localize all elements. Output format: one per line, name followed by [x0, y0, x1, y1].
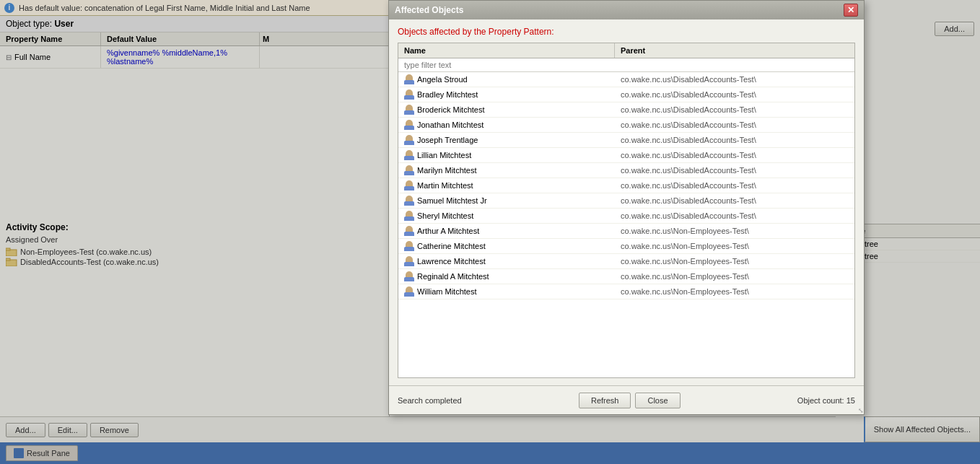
- modal-table-row[interactable]: Catherine Mitchtest co.wake.nc.us\Non-Em…: [398, 239, 854, 254]
- modal-table-row[interactable]: Angela Stroud co.wake.nc.us\DisabledAcco…: [398, 72, 854, 87]
- affected-objects-table: Name Parent Angela Stroud co.wake.nc.us\…: [398, 43, 855, 378]
- row-parent-cell: co.wake.nc.us\Non-Employees-Test\: [615, 240, 854, 253]
- row-name-cell: Arthur A Mitchtest: [398, 224, 615, 238]
- modal-table-row[interactable]: Lillian Mitchtest co.wake.nc.us\Disabled…: [398, 148, 854, 163]
- row-name-cell: Marilyn Mitchtest: [398, 163, 615, 178]
- user-icon: [404, 271, 414, 281]
- row-name-text: Joseph Trentlage: [417, 136, 478, 144]
- user-icon: [404, 226, 414, 236]
- subtitle-prefix: Objects affected by: [398, 27, 474, 37]
- modal-table-row[interactable]: Bradley Mitchtest co.wake.nc.us\Disabled…: [398, 87, 854, 102]
- user-icon: [404, 211, 414, 221]
- row-name-text: Marilyn Mitchtest: [417, 166, 477, 175]
- row-name-cell: Joseph Trentlage: [398, 133, 615, 147]
- modal-table-body[interactable]: Angela Stroud co.wake.nc.us\DisabledAcco…: [398, 72, 854, 377]
- resize-handle[interactable]: ⤡: [855, 406, 864, 414]
- row-parent-cell: co.wake.nc.us\DisabledAccounts-Test\: [615, 209, 854, 222]
- row-name-text: Arthur A Mitchtest: [417, 227, 479, 235]
- user-icon: [404, 120, 414, 130]
- modal-table-row[interactable]: Samuel Mitchtest Jr co.wake.nc.us\Disabl…: [398, 193, 854, 209]
- user-icon: [404, 241, 414, 251]
- modal-titlebar: Affected Objects ✕: [389, 1, 864, 19]
- row-name-cell: Sheryl Mitchtest: [398, 209, 615, 223]
- modal-table-row[interactable]: Marilyn Mitchtest co.wake.nc.us\Disabled…: [398, 163, 854, 178]
- row-name-cell: Jonathan Mitchtest: [398, 118, 615, 132]
- row-parent-cell: co.wake.nc.us\DisabledAccounts-Test\: [615, 73, 854, 86]
- modal-table-row[interactable]: Sheryl Mitchtest co.wake.nc.us\DisabledA…: [398, 209, 854, 224]
- modal-col-parent-header: Parent: [615, 43, 854, 58]
- row-name-cell: Lawrence Mitchtest: [398, 254, 615, 268]
- row-name-cell: Bradley Mitchtest: [398, 87, 615, 102]
- modal-table-row[interactable]: Jonathan Mitchtest co.wake.nc.us\Disable…: [398, 118, 854, 133]
- row-parent-cell: co.wake.nc.us\DisabledAccounts-Test\: [615, 118, 854, 131]
- subtitle-suffix: :: [551, 27, 554, 37]
- refresh-button[interactable]: Refresh: [579, 393, 631, 408]
- row-parent-cell: co.wake.nc.us\DisabledAccounts-Test\: [615, 149, 854, 162]
- row-name-text: William Mitchtest: [417, 287, 477, 296]
- user-icon: [404, 256, 414, 266]
- user-icon: [404, 105, 414, 115]
- row-name-text: Lawrence Mitchtest: [417, 257, 486, 266]
- row-parent-cell: co.wake.nc.us\DisabledAccounts-Test\: [615, 133, 854, 146]
- user-icon: [404, 150, 414, 160]
- search-status: Search completed: [398, 396, 462, 405]
- modal-table-row[interactable]: Martin Mitchtest co.wake.nc.us\DisabledA…: [398, 178, 854, 193]
- dialog-close-button[interactable]: Close: [635, 393, 680, 408]
- modal-table-row[interactable]: Joseph Trentlage co.wake.nc.us\DisabledA…: [398, 133, 854, 148]
- modal-col-name-header: Name: [398, 43, 615, 58]
- row-name-cell: Lillian Mitchtest: [398, 148, 615, 162]
- affected-objects-dialog: Affected Objects ✕ Objects affected by t…: [388, 0, 865, 415]
- modal-close-button[interactable]: ✕: [844, 4, 858, 17]
- row-parent-cell: co.wake.nc.us\Non-Employees-Test\: [615, 255, 854, 268]
- user-icon: [404, 135, 414, 145]
- filter-input[interactable]: [398, 58, 854, 71]
- user-icon: [404, 165, 414, 175]
- modal-title: Affected Objects: [395, 5, 463, 15]
- row-name-text: Sheryl Mitchtest: [417, 211, 473, 220]
- row-name-text: Bradley Mitchtest: [417, 90, 478, 99]
- row-name-cell: Martin Mitchtest: [398, 178, 615, 193]
- modal-table-header: Name Parent: [398, 43, 854, 58]
- modal-table-row[interactable]: Reginald A Mitchtest co.wake.nc.us\Non-E…: [398, 269, 854, 284]
- row-name-text: Broderick Mitchtest: [417, 105, 485, 114]
- row-name-text: Angela Stroud: [417, 75, 468, 84]
- object-count-value: 15: [846, 396, 855, 405]
- row-parent-cell: co.wake.nc.us\DisabledAccounts-Test\: [615, 164, 854, 177]
- close-icon: ✕: [847, 5, 854, 15]
- subtitle-highlight: the Property Pattern: [474, 27, 551, 37]
- row-name-cell: Broderick Mitchtest: [398, 102, 615, 117]
- filter-row[interactable]: [398, 58, 854, 72]
- row-name-text: Reginald A Mitchtest: [417, 272, 489, 281]
- row-name-text: Lillian Mitchtest: [417, 151, 471, 159]
- modal-table-row[interactable]: William Mitchtest co.wake.nc.us\Non-Empl…: [398, 284, 854, 299]
- row-name-cell: Reginald A Mitchtest: [398, 269, 615, 284]
- object-count: Object count: 15: [797, 396, 855, 405]
- row-parent-cell: co.wake.nc.us\DisabledAccounts-Test\: [615, 194, 854, 207]
- row-parent-cell: co.wake.nc.us\Non-Employees-Test\: [615, 224, 854, 237]
- row-name-text: Jonathan Mitchtest: [417, 121, 484, 129]
- row-parent-cell: co.wake.nc.us\Non-Employees-Test\: [615, 285, 854, 298]
- user-icon: [404, 74, 414, 84]
- row-parent-cell: co.wake.nc.us\DisabledAccounts-Test\: [615, 179, 854, 192]
- row-name-text: Catherine Mitchtest: [417, 242, 486, 250]
- footer-buttons: Refresh Close: [579, 393, 681, 408]
- user-icon: [404, 196, 414, 206]
- user-icon: [404, 286, 414, 297]
- modal-table-row[interactable]: Broderick Mitchtest co.wake.nc.us\Disabl…: [398, 102, 854, 118]
- modal-body: Objects affected by the Property Pattern…: [389, 19, 864, 385]
- row-name-cell: Angela Stroud: [398, 72, 615, 87]
- modal-footer: Search completed Refresh Close Object co…: [389, 385, 864, 414]
- row-name-text: Martin Mitchtest: [417, 181, 473, 190]
- row-parent-cell: co.wake.nc.us\DisabledAccounts-Test\: [615, 103, 854, 116]
- object-count-label: Object count:: [797, 396, 844, 405]
- user-icon: [404, 180, 414, 191]
- modal-table-row[interactable]: Lawrence Mitchtest co.wake.nc.us\Non-Emp…: [398, 254, 854, 269]
- row-name-cell: William Mitchtest: [398, 284, 615, 299]
- row-name-cell: Catherine Mitchtest: [398, 239, 615, 253]
- row-parent-cell: co.wake.nc.us\DisabledAccounts-Test\: [615, 88, 854, 101]
- row-parent-cell: co.wake.nc.us\Non-Employees-Test\: [615, 270, 854, 283]
- modal-subtitle: Objects affected by the Property Pattern…: [398, 27, 855, 37]
- modal-table-row[interactable]: Arthur A Mitchtest co.wake.nc.us\Non-Emp…: [398, 224, 854, 239]
- row-name-cell: Samuel Mitchtest Jr: [398, 193, 615, 208]
- row-name-text: Samuel Mitchtest Jr: [417, 196, 487, 205]
